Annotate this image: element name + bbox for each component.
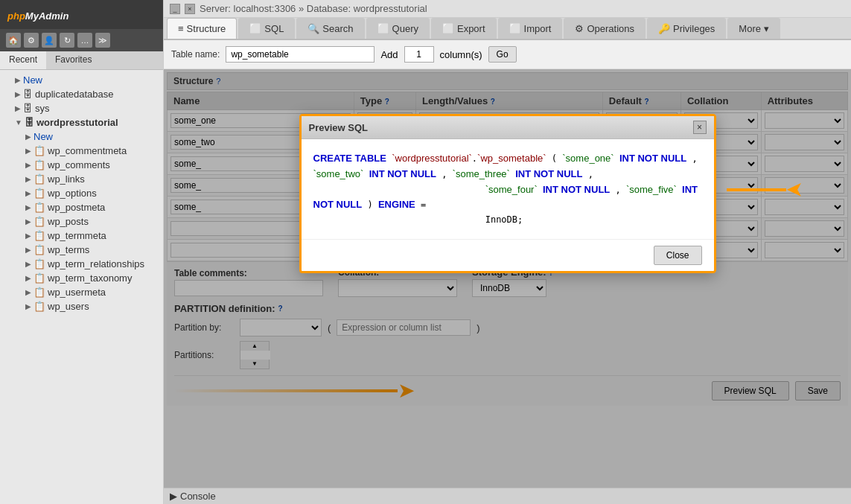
- table-icon6: 📋: [34, 216, 45, 227]
- search-icon: 🔍: [307, 23, 319, 34]
- modal-body: CREATE TABLE `wordpresstutorial`.`wp_som…: [302, 139, 714, 239]
- table-icon4: 📋: [34, 188, 45, 199]
- sidebar-item-wp-users[interactable]: ▶📋 wp_users: [0, 299, 163, 313]
- db-icon3: 🗄: [25, 117, 34, 128]
- sidebar-item-wp-commentmeta[interactable]: ▶📋 wp_commentmeta: [0, 144, 163, 158]
- sidebar-item-sys[interactable]: ▶ 🗄 sys: [0, 101, 163, 115]
- tab-privileges[interactable]: 🔑 Privileges: [647, 18, 726, 39]
- modal-title: Preview SQL: [309, 122, 368, 133]
- sidebar-icons: 🏠 ⚙ 👤 ↻ … ≫: [0, 29, 163, 51]
- columns-label: column(s): [440, 49, 482, 60]
- favorites-tab[interactable]: Favorites: [46, 51, 101, 69]
- table-icon11: 📋: [34, 287, 45, 298]
- sidebar-item-new-root[interactable]: ▶ New: [0, 73, 163, 87]
- expand-icon[interactable]: ≫: [95, 33, 110, 48]
- modal-close-btn[interactable]: Close: [654, 246, 702, 265]
- table-icon2: 📋: [34, 159, 45, 170]
- settings-icon[interactable]: ⚙: [24, 33, 39, 48]
- query-icon: ⬜: [377, 23, 389, 34]
- sidebar: phpMyAdmin 🏠 ⚙ 👤 ↻ … ≫ Recent Favorites …: [0, 0, 164, 504]
- db-icon2: 🗄: [23, 103, 33, 114]
- import-icon: ⬜: [509, 23, 521, 34]
- modal-footer: Close: [302, 239, 714, 271]
- table-name-bar: Table name: Add column(s) Go: [164, 40, 851, 69]
- recent-tab[interactable]: Recent: [0, 51, 46, 69]
- tab-query[interactable]: ⬜ Query: [366, 18, 430, 39]
- sidebar-item-wp-options[interactable]: ▶📋 wp_options: [0, 186, 163, 200]
- table-icon3: 📋: [34, 173, 45, 185]
- sidebar-item-wp-comments[interactable]: ▶📋 wp_comments: [0, 158, 163, 172]
- tab-import[interactable]: ⬜ Import: [498, 18, 563, 39]
- tab-search[interactable]: 🔍 Search: [296, 18, 364, 39]
- sidebar-header: phpMyAdmin: [0, 0, 163, 29]
- go-button[interactable]: Go: [488, 46, 517, 63]
- sidebar-item-new-db[interactable]: ▶ New: [0, 130, 163, 144]
- privileges-icon: 🔑: [658, 23, 670, 34]
- structure-area: Structure ? Name Type ? Length/Values ?: [164, 69, 851, 488]
- user-icon[interactable]: 👤: [42, 33, 57, 48]
- sql-icon: ⬜: [249, 23, 261, 34]
- modal-close-button[interactable]: ×: [693, 121, 707, 134]
- console-icon: ▶: [170, 491, 177, 502]
- topbar: _ × Server: localhost:3306 » Database: w…: [164, 0, 851, 18]
- add-label: Add: [380, 49, 398, 60]
- tab-export[interactable]: ⬜ Export: [431, 18, 497, 39]
- nav-tabs: ≡ Structure ⬜ SQL 🔍 Search ⬜ Query ⬜ Exp…: [164, 18, 851, 40]
- console-label[interactable]: Console: [180, 491, 216, 502]
- sidebar-item-wp-postmeta[interactable]: ▶📋 wp_postmeta: [0, 200, 163, 214]
- close-button[interactable]: ×: [185, 4, 195, 14]
- export-icon: ⬜: [442, 23, 454, 34]
- table-icon10: 📋: [34, 272, 45, 284]
- table-name-input[interactable]: [226, 46, 374, 63]
- modal-overlay: Preview SQL × CREATE TABLE `wordpresstut…: [164, 69, 851, 488]
- tab-structure[interactable]: ≡ Structure: [167, 18, 237, 39]
- sidebar-item-wp-termmeta[interactable]: ▶📋 wp_termmeta: [0, 229, 163, 243]
- tab-sql[interactable]: ⬜ SQL: [238, 18, 295, 39]
- console-bar: ▶ Console: [164, 488, 851, 504]
- table-icon7: 📋: [34, 230, 45, 241]
- sidebar-item-wp-links[interactable]: ▶📋 wp_links: [0, 172, 163, 186]
- tab-more[interactable]: More ▾: [727, 18, 780, 39]
- column-count-input[interactable]: [404, 46, 434, 63]
- home-icon[interactable]: 🏠: [6, 33, 21, 48]
- breadcrumb: Server: localhost:3306 » Database: wordp…: [200, 3, 427, 14]
- refresh-icon[interactable]: ↻: [60, 33, 74, 48]
- operations-icon: ⚙: [575, 23, 584, 34]
- sidebar-item-wordpresstutorial[interactable]: ▼ 🗄 wordpresstutorial: [0, 115, 163, 130]
- db-icon: 🗄: [23, 89, 33, 100]
- sidebar-item-duplicatedatabase[interactable]: ▶ 🗄 duplicatedatabase: [0, 87, 163, 101]
- sidebar-item-wp-term-taxonomy[interactable]: ▶📋 wp_term_taxonomy: [0, 271, 163, 285]
- more-chevron-icon: ▾: [764, 23, 769, 34]
- sidebar-item-wp-term-relationships[interactable]: ▶📋 wp_term_relationships: [0, 257, 163, 271]
- table-name-label: Table name:: [171, 49, 220, 60]
- sidebar-tree: ▶ New ▶ 🗄 duplicatedatabase ▶ 🗄 sys ▼ 🗄 …: [0, 70, 163, 504]
- preview-sql-modal: Preview SQL × CREATE TABLE `wordpresstut…: [299, 114, 716, 273]
- table-icon5: 📋: [34, 202, 45, 213]
- table-icon12: 📋: [34, 301, 45, 312]
- table-icon9: 📋: [34, 258, 45, 269]
- modal-header: Preview SQL ×: [302, 116, 714, 139]
- more-icon[interactable]: …: [77, 33, 92, 48]
- sidebar-tabs: Recent Favorites: [0, 51, 163, 70]
- logo: phpMyAdmin: [7, 6, 68, 23]
- sql-preview-code: CREATE TABLE `wordpresstutorial`.`wp_som…: [313, 151, 702, 227]
- sidebar-item-wp-usermeta[interactable]: ▶📋 wp_usermeta: [0, 285, 163, 299]
- sidebar-item-wp-terms[interactable]: ▶📋 wp_terms: [0, 243, 163, 257]
- tab-operations[interactable]: ⚙ Operations: [564, 18, 646, 39]
- sidebar-item-wp-posts[interactable]: ▶📋 wp_posts: [0, 214, 163, 229]
- minimize-button[interactable]: _: [170, 4, 180, 14]
- table-icon8: 📋: [34, 244, 45, 255]
- table-icon: 📋: [34, 145, 45, 156]
- main-panel: _ × Server: localhost:3306 » Database: w…: [164, 0, 851, 504]
- structure-icon: ≡: [178, 23, 184, 34]
